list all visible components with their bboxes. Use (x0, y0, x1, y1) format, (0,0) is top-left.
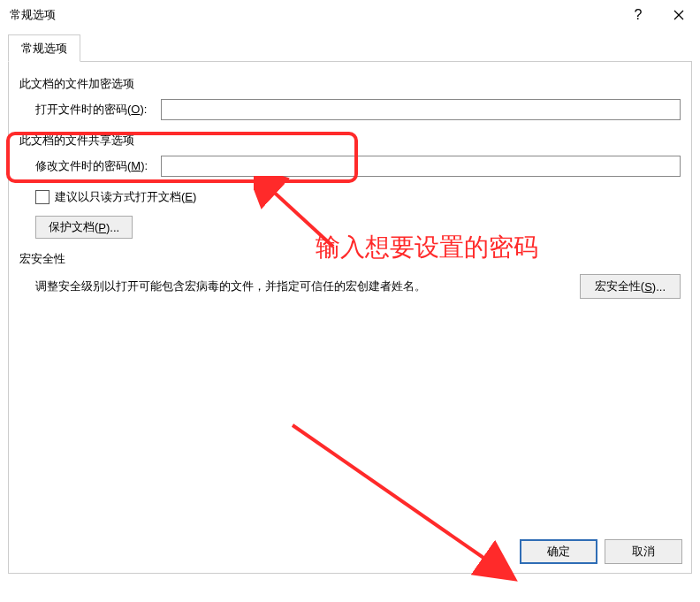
open-password-row: 打开文件时的密码(O): (19, 99, 681, 120)
section-macro-label: 宏安全性 (19, 251, 681, 267)
cancel-button[interactable]: 取消 (605, 539, 682, 564)
macro-description: 调整安全级别以打开可能包含宏病毒的文件，并指定可信任的宏创建者姓名。 (19, 278, 580, 294)
modify-password-row: 修改文件时的密码(M): (19, 156, 681, 177)
tab-general[interactable]: 常规选项 (8, 34, 80, 62)
macro-row: 调整安全级别以打开可能包含宏病毒的文件，并指定可信任的宏创建者姓名。 宏安全性(… (19, 274, 681, 299)
panel: 此文档的文件加密选项 打开文件时的密码(O): 此文档的文件共享选项 修改文件时… (8, 61, 692, 574)
help-button[interactable]: ? (618, 1, 658, 29)
dialog-window: 常规选项 ? 常规选项 此文档的文件加密选项 打开文件时的密码(O): 此文档的… (0, 0, 700, 602)
dialog-buttons: 确定 取消 (520, 539, 682, 564)
readonly-checkbox[interactable] (35, 190, 49, 204)
title-bar: 常规选项 ? (1, 1, 699, 29)
readonly-checkbox-row[interactable]: 建议以只读方式打开文档(E) (19, 189, 681, 205)
section-encrypt-label: 此文档的文件加密选项 (19, 76, 681, 92)
protect-document-button[interactable]: 保护文档(P)... (35, 216, 133, 239)
modify-password-label: 修改文件时的密码(M): (19, 158, 161, 174)
modify-password-input[interactable] (161, 156, 681, 177)
tab-strip: 常规选项 (8, 34, 692, 61)
window-controls: ? (618, 1, 699, 29)
section-share-label: 此文档的文件共享选项 (19, 133, 681, 149)
open-password-label: 打开文件时的密码(O): (19, 102, 161, 118)
ok-button[interactable]: 确定 (520, 539, 597, 564)
readonly-checkbox-label: 建议以只读方式打开文档(E) (55, 189, 196, 205)
dialog-title: 常规选项 (10, 7, 56, 23)
close-button[interactable] (658, 1, 699, 29)
macro-security-button[interactable]: 宏安全性(S)... (580, 274, 681, 299)
open-password-input[interactable] (161, 99, 681, 120)
